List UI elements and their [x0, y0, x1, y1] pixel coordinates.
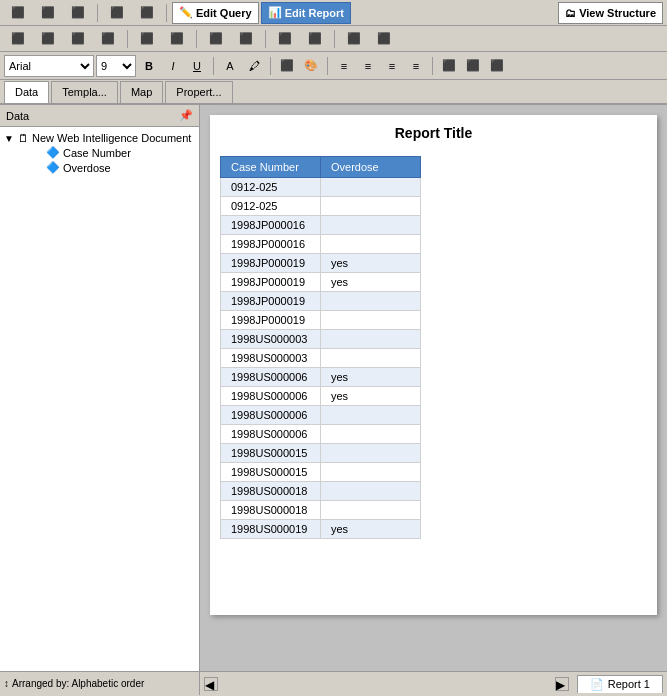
table-row: 1998US000015 — [221, 444, 421, 463]
cell-overdose — [321, 311, 421, 330]
save-btn[interactable]: ⬛ — [64, 2, 92, 24]
tree-area: ▼ 🗒 New Web Intelligence Document 🔷 Case… — [0, 127, 199, 671]
report-tab-container: 📄 Report 1 — [577, 675, 663, 693]
scroll-right-btn[interactable]: ▶ — [555, 677, 569, 691]
horizontal-scrollbar[interactable] — [218, 677, 555, 691]
toolbar-area: ⬛ ⬛ ⬛ ⬛ ⬛ ✏️ Edit Query 📊 Edit Report 🗂 … — [0, 0, 667, 105]
cell-case-number: 1998US000018 — [221, 482, 321, 501]
main-area: Data 📌 ▼ 🗒 New Web Intelligence Document… — [0, 105, 667, 671]
col-header-overdose: Overdose — [321, 157, 421, 178]
view-structure-icon: 🗂 — [565, 7, 576, 19]
redo-btn[interactable]: ⬛ — [34, 28, 62, 50]
tree-root[interactable]: ▼ 🗒 New Web Intelligence Document — [4, 131, 195, 145]
cell-case-number: 1998US000006 — [221, 406, 321, 425]
table-btn[interactable]: ⬛ — [301, 28, 329, 50]
chart-btn[interactable]: ⬛ — [271, 28, 299, 50]
cell-overdose: yes — [321, 368, 421, 387]
filter-btn[interactable]: ⬛ — [133, 28, 161, 50]
font-family-select[interactable]: Arial — [4, 55, 94, 77]
align-center-btn[interactable]: ≡ — [357, 55, 379, 77]
open-btn[interactable]: ⬛ — [34, 2, 62, 24]
bold-btn[interactable]: B — [138, 55, 160, 77]
cell-case-number: 0912-025 — [221, 178, 321, 197]
bottom-area: ↕ Arranged by: Alphabetic order ◀ ▶ 📄 Re… — [0, 671, 667, 695]
pagesetup-btn[interactable]: ⬛ — [370, 28, 398, 50]
arranged-by-label: Arranged by: Alphabetic order — [12, 678, 144, 689]
list-item[interactable]: 🔷 Overdose — [4, 160, 195, 175]
cell-overdose — [321, 501, 421, 520]
cell-case-number: 1998US000003 — [221, 349, 321, 368]
table-row: 1998US000006 — [221, 425, 421, 444]
report-area: Report Title Case Number Overdose 0912-0… — [210, 115, 657, 615]
scroll-left-btn[interactable]: ◀ — [204, 677, 218, 691]
cell-overdose — [321, 463, 421, 482]
fill-btn[interactable]: 🎨 — [300, 55, 322, 77]
tab-properties[interactable]: Propert... — [165, 81, 232, 103]
tab-template[interactable]: Templa... — [51, 81, 118, 103]
table-row: 1998JP000016 — [221, 216, 421, 235]
italic-btn[interactable]: I — [162, 55, 184, 77]
underline-btn[interactable]: U — [186, 55, 208, 77]
pin-icon[interactable]: 📌 — [179, 109, 193, 122]
sep7 — [213, 57, 214, 75]
print-btn[interactable]: ⬛ — [103, 2, 131, 24]
sep8 — [270, 57, 271, 75]
sort-btn[interactable]: ⬛ — [163, 28, 191, 50]
sep1 — [97, 4, 98, 22]
highlight-btn[interactable]: 🖍 — [243, 55, 265, 77]
edit-query-btn[interactable]: ✏️ Edit Query — [172, 2, 259, 24]
cell-case-number: 1998US000006 — [221, 387, 321, 406]
panel-header: Data 📌 — [0, 105, 199, 127]
cell-overdose — [321, 330, 421, 349]
table-row: 1998JP000016 — [221, 235, 421, 254]
alert-btn[interactable]: ⬛ — [94, 28, 122, 50]
rotate-btn[interactable]: ⬛ — [486, 55, 508, 77]
calc-btn[interactable]: ⬛ — [232, 28, 260, 50]
border-btn[interactable]: ⬛ — [276, 55, 298, 77]
table-row: 1998US000006yes — [221, 387, 421, 406]
view-structure-label: View Structure — [579, 7, 656, 19]
wrap-btn[interactable]: ⬛ — [462, 55, 484, 77]
panel-title: Data — [6, 110, 29, 122]
cell-case-number: 1998JP000016 — [221, 235, 321, 254]
font-toolbar-row: Arial 9 B I U A 🖍 ⬛ 🎨 ≡ ≡ ≡ ≡ ⬛ ⬛ ⬛ — [0, 52, 667, 80]
tab-data[interactable]: Data — [4, 81, 49, 103]
arranged-by-icon: ↕ — [4, 678, 9, 689]
format-btn[interactable]: ⬛ — [340, 28, 368, 50]
cell-case-number: 1998JP000019 — [221, 273, 321, 292]
bottom-left: ↕ Arranged by: Alphabetic order — [0, 672, 200, 695]
cell-case-number: 1998US000003 — [221, 330, 321, 349]
tree-overdose-label: Overdose — [63, 162, 111, 174]
align-right-btn[interactable]: ≡ — [381, 55, 403, 77]
sep10 — [432, 57, 433, 75]
refresh-btn[interactable]: ⬛ — [64, 28, 92, 50]
cell-overdose — [321, 425, 421, 444]
edit-query-icon: ✏️ — [179, 6, 193, 19]
align-left-btn[interactable]: ≡ — [333, 55, 355, 77]
tabs-row: Data Templa... Map Propert... — [0, 80, 667, 104]
sep2 — [166, 4, 167, 22]
table-row: 1998US000019yes — [221, 520, 421, 539]
table-row: 1998US000018 — [221, 482, 421, 501]
cell-case-number: 1998US000006 — [221, 425, 321, 444]
bottom-right: ◀ ▶ 📄 Report 1 — [200, 672, 667, 695]
font-color-btn[interactable]: A — [219, 55, 241, 77]
search-btn[interactable]: ⬛ — [133, 2, 161, 24]
edit-report-btn[interactable]: 📊 Edit Report — [261, 2, 351, 24]
font-size-select[interactable]: 9 — [96, 55, 136, 77]
undo-btn[interactable]: ⬛ — [4, 28, 32, 50]
tree-case-number-label: Case Number — [63, 147, 131, 159]
list-item[interactable]: 🔷 Case Number — [4, 145, 195, 160]
view-structure-btn[interactable]: 🗂 View Structure — [558, 2, 663, 24]
report-tab-1[interactable]: 📄 Report 1 — [577, 675, 663, 693]
merge-btn[interactable]: ⬛ — [438, 55, 460, 77]
tab-map[interactable]: Map — [120, 81, 163, 103]
sep5 — [265, 30, 266, 48]
cell-overdose — [321, 482, 421, 501]
tree-root-label: New Web Intelligence Document — [32, 132, 191, 144]
align-justify-btn[interactable]: ≡ — [405, 55, 427, 77]
cell-overdose — [321, 216, 421, 235]
break-btn[interactable]: ⬛ — [202, 28, 230, 50]
new-btn[interactable]: ⬛ — [4, 2, 32, 24]
table-row: 1998US000018 — [221, 501, 421, 520]
